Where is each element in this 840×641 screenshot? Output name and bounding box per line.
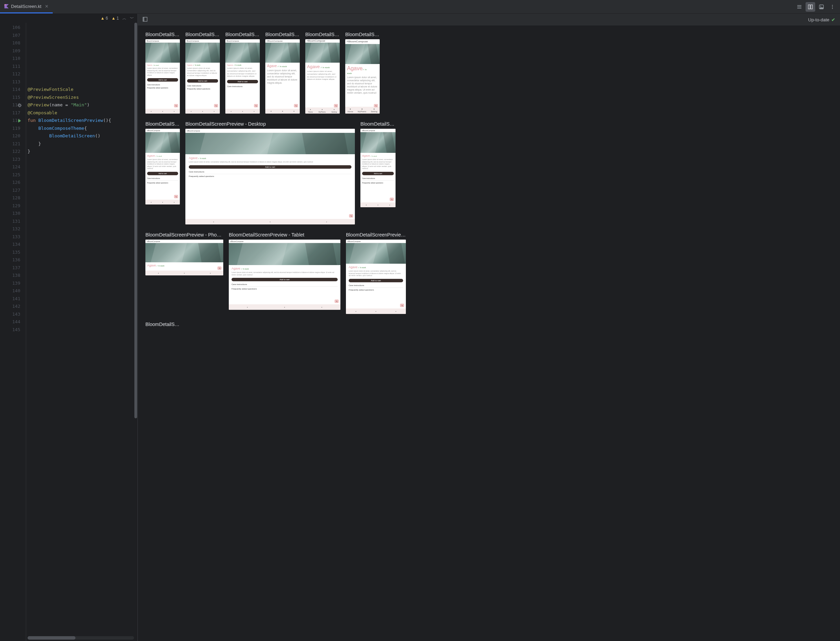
gutter: 1061071081091101111121131141151161171181… [0,23,26,641]
preview-device[interactable]: BloomCompose Agave ✓ In stock Lorem ipsu… [145,39,180,114]
preview-label: BloomDetailSc… [145,322,180,327]
check-icon: ✔ [831,17,835,23]
fab-edit-icon: ✎ [374,104,378,108]
fab-edit-icon: ✎ [214,104,218,108]
preview-device[interactable]: ≡ BloomCompose Agave ✓ In stock Lorem ip… [305,39,340,114]
fab-edit-icon: ✎ [254,104,258,108]
kotlin-file-icon [4,4,9,9]
svg-point-8 [832,6,833,7]
preview-device[interactable]: ≡ BloomCompose Agave✓ Instock Lorem ipsu… [345,39,380,114]
preview-device[interactable]: ≡ BloomCompose Agave ✓ In stock Lorem ip… [229,240,341,310]
code-editor[interactable]: 1061071081091101111121131141151161171181… [0,23,137,641]
horizontal-scrollbar[interactable] [27,636,134,639]
warning-icon: ▲ [111,16,115,21]
preview-label: BloomDetailSc… [305,32,340,37]
preview-header: Up-to-date ✔ [138,14,840,26]
preview-panel-toggle[interactable] [143,17,147,23]
fab-edit-icon: ✎ [174,104,178,108]
fab-edit-icon: ✎ [390,198,394,201]
svg-rect-12 [143,17,144,21]
vertical-scrollbar[interactable] [134,23,137,641]
split-view-button[interactable] [806,2,815,12]
gear-icon[interactable] [17,103,22,108]
preview-device[interactable]: ≡ BloomCompose Agave ✓ In stock Lorem ip… [346,240,406,314]
preview-label: BloomDetailScreenPreview - Tablet [229,232,341,238]
fab-edit-icon: ✎ [217,266,221,270]
svg-point-10 [19,104,21,106]
preview-label: BloomDetailSc… [345,32,380,37]
preview-label: BloomDetailSc… [265,32,300,37]
preview-label: BloomDetailSc… [185,32,220,37]
preview-device[interactable]: ≡ BloomCompose Agave ✓ In stock Lorem ip… [145,129,180,205]
preview-device[interactable]: BloomCompose Agave ✓ In stock Lorem ipsu… [225,39,260,114]
preview-label: BloomDetailSc… [145,32,180,37]
editor-pane: ▲ 6 ▲ 1 ︿ ﹀ 1061071081091101111121131141… [0,14,138,641]
svg-rect-2 [797,8,801,9]
scrollbar-thumb[interactable] [27,636,76,639]
preview-pane: Up-to-date ✔ BloomDetailSc… BloomCompose… [138,14,840,641]
svg-rect-1 [797,6,801,7]
design-view-button[interactable] [817,2,826,12]
warnings-indicator-1[interactable]: ▲ 6 [100,16,108,21]
scrollbar-thumb[interactable] [134,23,137,418]
close-icon[interactable]: ✕ [45,4,48,9]
preview-device[interactable]: ≡ BloomCompose Agave ✓ In stock Lorem ip… [185,129,355,224]
warnings-indicator-2[interactable]: ▲ 1 [111,16,119,21]
preview-device[interactable]: ≡ BloomCompose Agave ✓ In stock Lorem ip… [265,39,300,114]
svg-rect-4 [811,5,813,9]
more-options-button[interactable] [828,2,837,12]
fab-edit-icon: ✎ [174,195,178,198]
svg-point-6 [821,5,821,6]
fab-edit-icon: ✎ [349,214,353,217]
preview-device[interactable]: BloomCompose Agave ✓ In stock Lorem ipsu… [185,39,220,114]
file-tab[interactable]: DetailScreen.kt ✕ [0,0,53,13]
fab-edit-icon: ✎ [400,304,404,307]
next-highlight-button[interactable]: ﹀ [130,16,134,21]
tab-bar: DetailScreen.kt ✕ [0,0,840,14]
preview-canvas[interactable]: BloomDetailSc… BloomCompose Agave ✓ In s… [138,26,840,641]
tab-filename: DetailScreen.kt [11,4,41,9]
svg-rect-0 [797,5,801,6]
fab-edit-icon: ✎ [334,104,338,108]
preview-status: Up-to-date ✔ [808,17,835,23]
fab-edit-icon: ✎ [334,300,339,303]
prev-highlight-button[interactable]: ︿ [122,16,126,21]
code-area[interactable]: @PreviewFontScale@PreviewScreenSizes@Pre… [26,23,137,641]
svg-point-9 [832,8,833,9]
preview-label: BloomDetailSc… [225,32,260,37]
preview-label: BloomDetailScreenPreview - Pho… [145,232,223,238]
preview-label: BloomDetailScreenPrevie… [346,232,406,238]
preview-device[interactable]: ≡ BloomCompose Agave ✓ In stock Lorem ip… [360,129,396,207]
preview-device[interactable]: ≡ BloomCompose Agave ✓ In stock ✎ ♥♥♥ [145,240,223,275]
inspection-bar: ▲ 6 ▲ 1 ︿ ﹀ [0,14,137,23]
run-icon[interactable] [17,118,22,123]
preview-label: BloomDetailSc… [360,121,396,127]
fab-edit-icon: ✎ [294,104,298,108]
preview-label: BloomDetailScreenPreview - Desktop [185,121,355,127]
svg-rect-3 [808,5,810,9]
preview-label: BloomDetailSc… [145,121,180,127]
svg-point-7 [832,5,833,5]
warning-icon: ▲ [100,16,105,21]
tab-tools [795,2,840,12]
code-view-button[interactable] [795,2,804,12]
